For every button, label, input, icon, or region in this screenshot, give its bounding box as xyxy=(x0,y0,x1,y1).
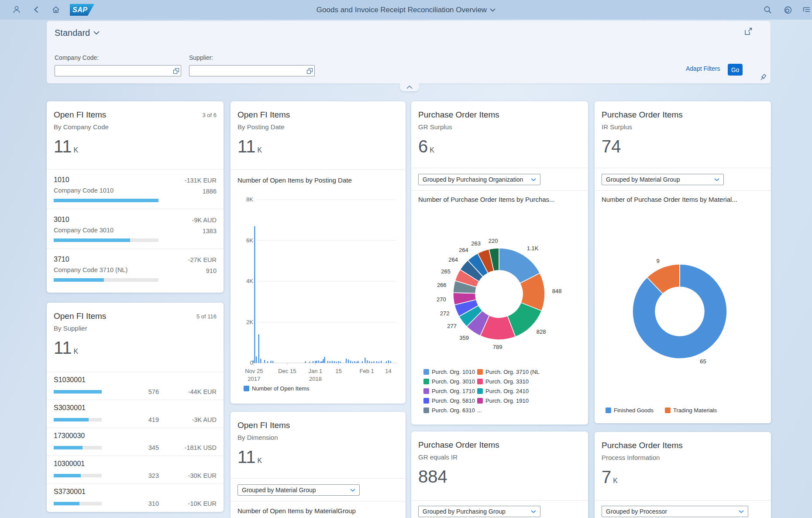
legend-item: Trading Materials xyxy=(665,407,717,414)
variant-title: Standard xyxy=(55,28,90,38)
bar xyxy=(338,361,339,363)
legend-item: Purch. Org. 1910 xyxy=(477,397,540,404)
bar xyxy=(323,359,323,363)
bar xyxy=(348,359,349,363)
bar xyxy=(346,359,347,363)
app-title-menu[interactable]: Goods and Invoice Receipt Reconciliation… xyxy=(0,0,812,20)
list-item[interactable]: 3710 Company Code 3710 (NL) -27K EUR 910 xyxy=(47,249,224,288)
go-button[interactable]: Go xyxy=(728,64,743,76)
card-purchase-order-items-gr-equals-ir[interactable]: Purchase Order Items GR equals IR 884 Gr… xyxy=(411,432,588,518)
legend-item: Purch. Org. 3710 (NL xyxy=(477,369,540,375)
slice-label: 263 xyxy=(471,240,481,247)
slice-label: 828 xyxy=(537,328,546,335)
progress-bar xyxy=(54,502,102,505)
bar xyxy=(253,360,254,363)
share-icon[interactable] xyxy=(744,27,753,38)
card-purchase-order-items-gr-surplus[interactable]: Purchase Order Items GR Surplus 6K Group… xyxy=(411,101,588,425)
divider xyxy=(231,478,406,479)
variant-selector[interactable]: Standard xyxy=(55,28,100,38)
legend-item: Number of Open Items xyxy=(244,385,310,392)
chart-title: Number of Open Items by MaterialGroup xyxy=(237,507,356,515)
bar xyxy=(334,361,335,363)
item-count: 345 xyxy=(102,444,159,451)
card-open-fi-items-by-supplier[interactable]: Open FI Items 5 of 116 By Supplier 11K S… xyxy=(47,303,224,512)
card-open-fi-items-by-posting-date[interactable]: Open FI Items By Posting Date 11K Number… xyxy=(231,101,406,404)
bar xyxy=(371,362,372,363)
card-purchase-order-items-ir-surplus[interactable]: Purchase Order Items IR Surplus 74 Group… xyxy=(595,101,771,423)
bar xyxy=(369,361,370,363)
chevron-down-icon xyxy=(490,8,495,12)
bar xyxy=(332,361,333,363)
bar xyxy=(373,361,374,363)
bar xyxy=(330,361,330,363)
app-title: Goods and Invoice Receipt Reconciliation… xyxy=(317,6,487,14)
chart-legend: Purch. Org. 1010Purch. Org. 3710 (NLPurc… xyxy=(423,369,540,414)
svg-text:15: 15 xyxy=(335,368,341,374)
collapse-filter-button[interactable] xyxy=(400,83,419,91)
card-open-fi-items-by-dimension[interactable]: Open FI Items By Dimension 11K Grouped b… xyxy=(231,412,406,518)
kpi-value: 884 xyxy=(418,467,581,487)
list-item[interactable]: S1030001 576 -44K EUR xyxy=(47,372,224,400)
bar xyxy=(315,361,316,363)
value-help-icon[interactable] xyxy=(171,68,181,74)
grouped-by-select[interactable]: Grouped by Material Group xyxy=(237,484,360,496)
item-name: Company Code 3710 (NL) xyxy=(54,266,158,273)
bar xyxy=(260,359,261,363)
page: SAP Goods and Invoice Receipt Reconcilia… xyxy=(0,0,812,518)
item-amount: -10K EUR xyxy=(159,500,217,507)
bar xyxy=(316,361,317,363)
item-count: 419 xyxy=(102,416,159,423)
pin-icon[interactable] xyxy=(759,73,767,83)
list-item[interactable]: 3010 Company Code 3010 -9K AUD 1383 xyxy=(47,209,224,249)
svg-text:Dec 15: Dec 15 xyxy=(278,368,296,374)
card-title: Purchase Order Items xyxy=(418,440,499,449)
chevron-up-icon xyxy=(406,86,413,89)
list-item[interactable]: 17300030 345 -181K USD xyxy=(47,428,224,456)
item-amount: -3K AUD xyxy=(159,416,217,423)
item-code: 1010 xyxy=(54,176,158,184)
item-code: 17300030 xyxy=(54,432,217,440)
slice-label: 265 xyxy=(441,268,451,275)
company-code-input[interactable] xyxy=(55,67,171,74)
copilot-icon[interactable] xyxy=(783,5,793,15)
progress-bar xyxy=(54,390,102,394)
bar xyxy=(321,361,322,363)
bar xyxy=(272,361,273,363)
chevron-down-icon xyxy=(93,31,100,35)
bar xyxy=(390,361,391,363)
bar xyxy=(309,362,310,363)
card-counter: 3 of 6 xyxy=(202,112,217,118)
supplier-field[interactable] xyxy=(189,65,315,76)
legend-item: ... xyxy=(477,407,540,414)
progress-bar xyxy=(54,418,102,421)
company-code-label: Company Code: xyxy=(55,54,99,61)
item-count: 310 xyxy=(102,500,159,507)
item-code: S3030001 xyxy=(54,404,217,412)
progress-bar xyxy=(54,446,102,449)
company-code-field[interactable] xyxy=(55,65,181,76)
grouped-by-select[interactable]: Grouped by Processor xyxy=(602,506,748,517)
list-item[interactable]: S3730001 310 -10K EUR xyxy=(47,483,224,511)
list-item[interactable]: S3030001 419 -3K AUD xyxy=(47,400,224,428)
search-icon[interactable] xyxy=(763,5,772,14)
divider xyxy=(411,500,588,501)
overflow-icon[interactable] xyxy=(802,5,811,14)
supplier-input[interactable] xyxy=(189,67,305,74)
value-help-icon[interactable] xyxy=(305,68,314,74)
legend-item: Purch. Org. 3310 xyxy=(477,378,540,385)
bar xyxy=(318,360,319,363)
item-amount: -131K EUR xyxy=(185,177,217,184)
legend-item: Purch. Org. 5810 xyxy=(423,397,477,404)
grouped-by-select[interactable]: Grouped by Purchasing Group xyxy=(418,506,540,517)
list-item[interactable]: 1010 Company Code 1010 -131K EUR 1886 xyxy=(47,169,224,209)
list-item[interactable]: 10300001 323 -30K EUR xyxy=(47,456,224,483)
card-open-fi-items-by-company-code[interactable]: Open FI Items 3 of 6 By Company Code 11K… xyxy=(47,101,224,293)
svg-text:Feb 1: Feb 1 xyxy=(360,368,374,374)
adapt-filters-link[interactable]: Adapt Filters xyxy=(686,65,720,72)
card-purchase-order-items-process-information[interactable]: Purchase Order Items Process Information… xyxy=(595,432,771,518)
svg-text:2018: 2018 xyxy=(309,376,322,382)
bar xyxy=(264,360,265,363)
slice-label: 277 xyxy=(447,323,457,329)
bar xyxy=(305,361,306,363)
svg-text:2017: 2017 xyxy=(248,376,260,382)
